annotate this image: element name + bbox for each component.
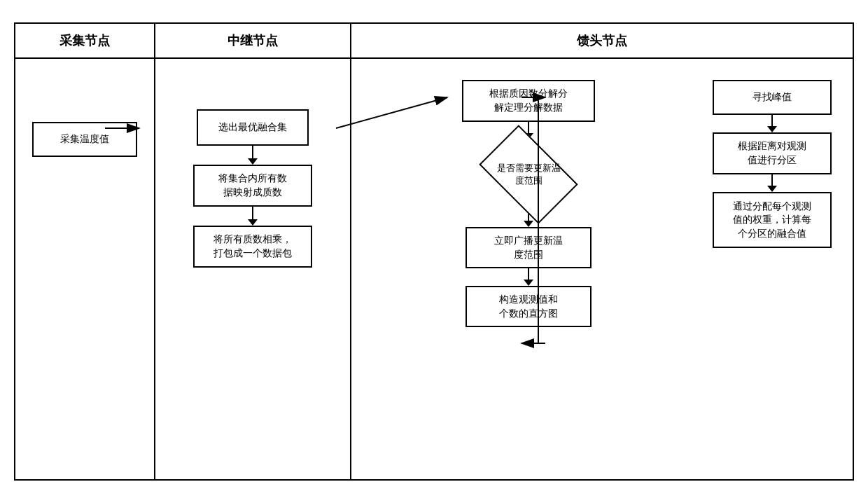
col3-left-box1: 根据质因数分解分解定理分解数据 [462, 80, 595, 122]
col2-box3: 将所有质数相乘， 打包成一个数据包 [193, 226, 312, 268]
col3-right-box2: 根据距离对观测值进行分区 [713, 132, 832, 174]
col3-left-box3: 构造观测值和个数的直方图 [465, 286, 592, 327]
flowchart: 采集节点 中继节点 馈头节点 采集温度值 选出最优融合集 将集合内所有数 据映射… [14, 22, 854, 481]
col3-right-arrow2 [767, 174, 777, 192]
col3-right-arrow1 [767, 115, 777, 132]
col2-box1: 选出最优融合集 [197, 109, 309, 146]
col3-left: 根据质因数分解分解定理分解数据 是否需要更新温度范围 [358, 73, 699, 465]
content-row: 采集温度值 选出最优融合集 将集合内所有数 据映射成质数 将 [15, 59, 853, 479]
col3-right: 寻找峰值 根据距离对观测值进行分区 通过分配每个观测值的权重，计算每个分区 [699, 73, 846, 465]
collect-node-box: 采集温度值 [32, 122, 137, 157]
col2: 选出最优融合集 将集合内所有数 据映射成质数 将所有质数相乘， 打包成一个数据包 [155, 59, 351, 479]
header-col2: 中继节点 [155, 24, 351, 57]
arrow1 [248, 146, 258, 165]
col3-right-box3: 通过分配每个观测值的权重，计算每个分区的融合值 [713, 192, 832, 248]
col2-box2: 将集合内所有数 据映射成质数 [193, 165, 312, 207]
col3-left-box2: 立即广播更新温度范围 [465, 227, 592, 268]
header-row: 采集节点 中继节点 馈头节点 [15, 24, 853, 59]
header-col1: 采集节点 [15, 24, 155, 57]
col3-arrow3 [524, 268, 533, 286]
header-col3: 馈头节点 [351, 24, 853, 57]
col3-diamond: 是否需要更新温度范围 [472, 139, 584, 209]
col1: 采集温度值 [15, 59, 155, 479]
col2-box1-wrap: 选出最优融合集 [197, 109, 309, 146]
col3: 根据质因数分解分解定理分解数据 是否需要更新温度范围 [351, 59, 853, 479]
arrow2 [248, 207, 258, 226]
col3-right-box1: 寻找峰值 [713, 80, 832, 115]
